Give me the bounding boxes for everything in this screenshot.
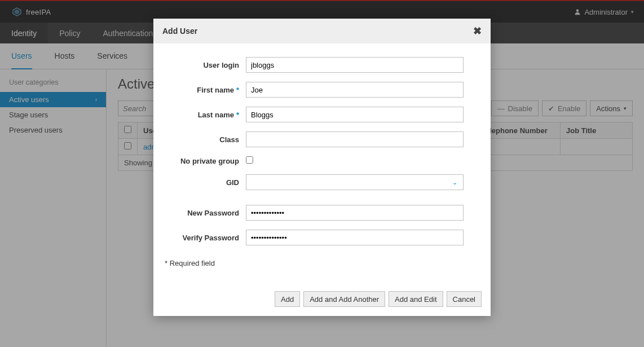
- modal-add-button[interactable]: Add: [275, 291, 300, 307]
- label-class: Class: [162, 135, 246, 144]
- close-icon[interactable]: ✖: [473, 25, 482, 37]
- class-input[interactable]: [246, 131, 464, 147]
- first-name-input[interactable]: [246, 82, 464, 98]
- label-new-password: New Password: [162, 209, 246, 217]
- label-verify-password: Verify Password: [162, 234, 246, 242]
- chevron-down-icon: ⌄: [452, 179, 457, 186]
- modal-add-edit-button[interactable]: Add and Edit: [389, 291, 443, 307]
- label-no-private-group: No private group: [162, 157, 246, 165]
- user-login-input[interactable]: [246, 57, 464, 73]
- gid-select[interactable]: ⌄: [246, 174, 464, 190]
- new-password-input[interactable]: [246, 205, 464, 221]
- modal-title: Add User: [162, 27, 197, 36]
- label-last-name: Last name*: [162, 111, 246, 119]
- label-first-name: First name*: [162, 86, 246, 94]
- modal-add-another-button[interactable]: Add and Add Another: [303, 291, 385, 307]
- label-gid: GID: [162, 178, 246, 187]
- add-user-modal: Add User ✖ User login First name* Last n…: [153, 19, 491, 316]
- no-private-group-checkbox[interactable]: [246, 156, 253, 164]
- verify-password-input[interactable]: [246, 230, 464, 245]
- modal-cancel-button[interactable]: Cancel: [447, 291, 482, 307]
- last-name-input[interactable]: [246, 107, 464, 122]
- label-user-login: User login: [162, 61, 246, 69]
- modal-footer: Add Add and Add Another Add and Edit Can…: [153, 278, 491, 316]
- modal-header: Add User ✖: [153, 19, 491, 43]
- required-note: * Required field: [162, 254, 482, 272]
